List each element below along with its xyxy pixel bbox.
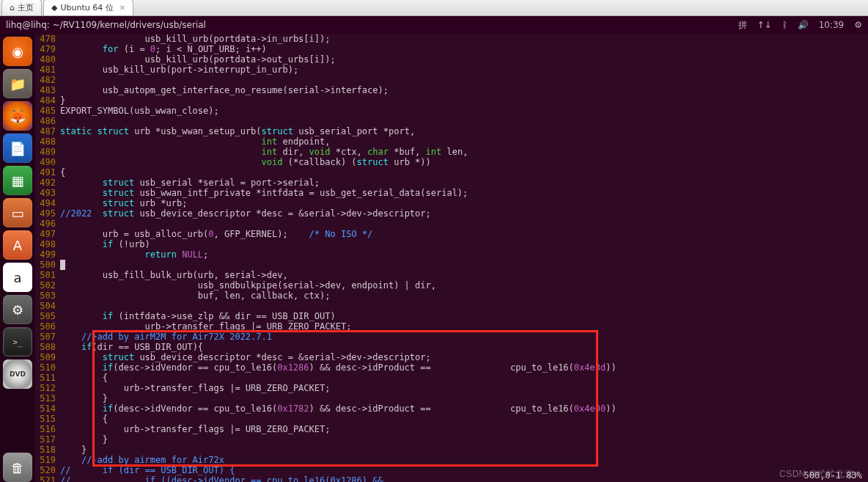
line-number: 483 [35,85,60,95]
network-icon[interactable]: ↑↓ [757,20,772,30]
line-number: 506 [35,321,60,332]
files-icon[interactable]: 📁 [3,69,32,98]
code-text: urb->transfer_flags |= URB_ZERO_PACKET; [60,383,868,393]
code-text: int dir, void *ctx, char *buf, int len, [60,147,868,157]
code-text: return NULL; [60,249,868,260]
code-line[interactable]: 514 if(desc->idVendor == cpu_to_le16(0x1… [35,404,868,414]
line-number: 515 [35,414,60,424]
vim-status: 500,0-1 83% [804,470,862,481]
calc-icon[interactable]: ▦ [3,166,32,195]
code-line[interactable]: 510 if(desc->idVendor == cpu_to_le16(0x1… [35,362,868,373]
firefox-icon[interactable]: 🦊 [3,101,32,131]
amazon-icon[interactable]: a [3,263,32,292]
code-line[interactable]: 485EXPORT_SYMBOL(usb_wwan_close); [35,106,868,116]
code-text: struct usb_device_descriptor *desc = &se… [60,352,868,362]
code-text: EXPORT_SYMBOL(usb_wwan_close); [60,106,868,116]
code-line[interactable]: 515 { [35,414,868,424]
code-line[interactable]: 486 [35,116,868,126]
impress-icon[interactable]: ▭ [3,198,32,227]
line-number: 516 [35,424,60,434]
volume-icon[interactable]: 🔊 [798,20,809,30]
code-line[interactable]: 500 [35,260,868,270]
code-text: buf, len, callback, ctx); [60,291,868,301]
code-line[interactable]: 479 for (i = 0; i < N_OUT_URB; i++) [35,44,868,54]
dash-icon[interactable]: ◉ [3,37,32,66]
code-line[interactable]: 489 int dir, void *ctx, char *buf, int l… [35,147,868,157]
terminal-editor[interactable]: 478 usb_kill_urb(portdata->in_urbs[i]);4… [35,34,868,482]
code-line[interactable]: 488 int endpoint, [35,136,868,147]
code-line[interactable]: 498 if (!urb) [35,239,868,249]
code-line[interactable]: 483 usb_autopm_get_interface_no_resume(s… [35,85,868,95]
code-text: for (i = 0; i < N_OUT_URB; i++) [60,44,868,54]
code-text: urb->transfer_flags |= URB_ZERO_PACKET; [60,424,868,434]
code-text [60,301,868,311]
code-line[interactable]: 513 } [35,393,868,404]
code-line[interactable]: 512 urb->transfer_flags |= URB_ZERO_PACK… [35,383,868,393]
code-line[interactable]: 482 [35,75,868,85]
code-text: struct urb *urb; [60,198,868,208]
code-text: if(desc->idVendor == cpu_to_le16(0x1286)… [60,362,868,373]
line-number: 504 [35,301,60,311]
line-number: 511 [35,373,60,383]
code-line[interactable]: 484} [35,95,868,106]
input-method-icon[interactable]: 拼 [738,19,747,32]
code-text: //-add by airmem for Air72x [60,455,868,465]
code-line[interactable]: 501 usb_fill_bulk_urb(urb, serial->dev, [35,270,868,280]
line-number: 514 [35,404,60,414]
code-text: } [60,445,868,455]
code-line[interactable]: 518 } [35,445,868,455]
code-line[interactable]: 511 { [35,373,868,383]
code-line[interactable]: 490 void (*callback) (struct urb *)) [35,157,868,167]
editor-content[interactable]: 478 usb_kill_urb(portdata->in_urbs[i]);4… [35,34,868,482]
line-number: 510 [35,362,60,373]
code-line[interactable]: 478 usb_kill_urb(portdata->in_urbs[i]); [35,34,868,44]
dvd-icon[interactable]: DVD [3,359,32,389]
bluetooth-icon[interactable]: ᛒ [782,20,787,30]
line-number: 494 [35,198,60,208]
code-line[interactable]: 509 struct usb_device_descriptor *desc =… [35,352,868,362]
code-line[interactable]: 497 urb = usb_alloc_urb(0, GFP_KERNEL); … [35,229,868,239]
line-number: 508 [35,342,60,352]
code-line[interactable]: 517 } [35,434,868,445]
line-number: 503 [35,291,60,301]
code-line[interactable]: 504 [35,301,868,311]
code-line[interactable]: 508 if(dir == USB_DIR_OUT){ [35,342,868,352]
line-number: 480 [35,54,60,65]
code-line[interactable]: 516 urb->transfer_flags |= URB_ZERO_PACK… [35,424,868,434]
code-line[interactable]: 491{ [35,167,868,178]
code-line[interactable]: 519 //-add by airmem for Air72x [35,455,868,465]
code-line[interactable]: 496 [35,219,868,229]
code-line[interactable]: 520// if (dir == USB_DIR_OUT) { [35,465,868,475]
software-center-icon[interactable]: A [3,230,32,260]
host-tab-vm[interactable]: ◆ Ubuntu 64 位 ✕ [43,0,133,15]
trash-icon[interactable]: 🗑 [3,453,32,482]
code-line[interactable]: 503 buf, len, callback, ctx); [35,291,868,301]
code-line[interactable]: 481 usb_kill_urb(port->interrupt_in_urb)… [35,65,868,75]
code-line[interactable]: 505 if (intfdata->use_zlp && dir == USB_… [35,311,868,321]
writer-icon[interactable]: 📄 [3,134,32,163]
host-tab-label: Ubuntu 64 位 [60,2,113,13]
home-icon: ⌂ [10,3,15,12]
settings-icon[interactable]: ⚙ [3,295,32,324]
code-line[interactable]: 492 struct usb_serial *serial = port->se… [35,178,868,188]
code-line[interactable]: 521// if ((desc->idVendor == cpu_to_le16… [35,475,868,482]
code-line[interactable]: 506 urb->transfer_flags |= URB_ZERO_PACK… [35,321,868,332]
code-line[interactable]: 487static struct urb *usb_wwan_setup_urb… [35,126,868,136]
code-line[interactable]: 480 usb_kill_urb(portdata->out_urbs[i]); [35,54,868,65]
code-line[interactable]: 507 //+add by airM2M for Air72X 2022.7.1 [35,332,868,342]
host-tab-home[interactable]: ⌂ 主页 [1,0,42,15]
line-number: 505 [35,311,60,321]
workspace: ◉ 📁 🦊 📄 ▦ ▭ A a ⚙ >_ DVD 🗑 478 usb_kill_… [0,34,868,482]
code-line[interactable]: 495//2022 struct usb_device_descriptor *… [35,208,868,219]
close-icon[interactable]: ✕ [119,4,125,12]
code-line[interactable]: 494 struct urb *urb; [35,198,868,208]
code-line[interactable]: 493 struct usb_wwan_intf_private *intfda… [35,188,868,198]
clock[interactable]: 10:39 [819,20,845,30]
terminal-icon[interactable]: >_ [3,327,32,357]
line-number: 490 [35,157,60,167]
code-text: usb_sndbulkpipe(serial->dev, endpoint) |… [60,280,868,291]
code-line[interactable]: 499 return NULL; [35,249,868,260]
line-number: 484 [35,95,60,106]
code-line[interactable]: 502 usb_sndbulkpipe(serial->dev, endpoin… [35,280,868,291]
system-menu-icon[interactable]: ⚙ [854,20,862,30]
